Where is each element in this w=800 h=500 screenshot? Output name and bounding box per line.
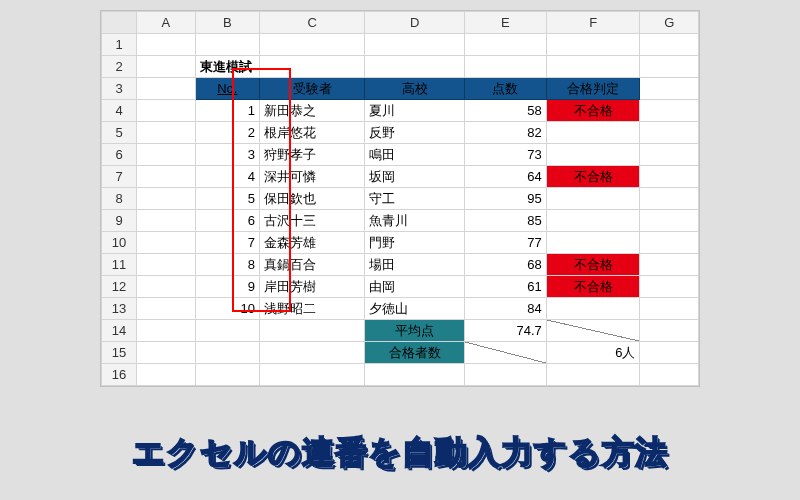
cell[interactable] bbox=[640, 342, 699, 364]
cell-diagonal[interactable] bbox=[546, 320, 640, 342]
cell-score[interactable]: 61 bbox=[464, 276, 546, 298]
row-header-5[interactable]: 5 bbox=[102, 122, 137, 144]
cell-name[interactable]: 深井可憐 bbox=[260, 166, 365, 188]
cell-result[interactable] bbox=[546, 210, 640, 232]
cell-no[interactable]: 3 bbox=[195, 144, 259, 166]
cell[interactable] bbox=[640, 122, 699, 144]
row-header-4[interactable]: 4 bbox=[102, 100, 137, 122]
cell[interactable] bbox=[464, 364, 546, 386]
cell[interactable] bbox=[137, 210, 196, 232]
row-header-3[interactable]: 3 bbox=[102, 78, 137, 100]
cell[interactable] bbox=[137, 232, 196, 254]
cell-name[interactable]: 保田欽也 bbox=[260, 188, 365, 210]
cell-score[interactable]: 95 bbox=[464, 188, 546, 210]
row-header-14[interactable]: 14 bbox=[102, 320, 137, 342]
cell-result[interactable]: 不合格 bbox=[546, 254, 640, 276]
cell-result[interactable] bbox=[546, 298, 640, 320]
avg-value[interactable]: 74.7 bbox=[464, 320, 546, 342]
table-title[interactable]: 東進模試 bbox=[195, 56, 259, 78]
cell[interactable] bbox=[546, 364, 640, 386]
cell[interactable] bbox=[546, 34, 640, 56]
cell[interactable] bbox=[137, 342, 196, 364]
cell[interactable] bbox=[640, 166, 699, 188]
row-header-13[interactable]: 13 bbox=[102, 298, 137, 320]
cell[interactable] bbox=[260, 320, 365, 342]
cell[interactable] bbox=[137, 276, 196, 298]
cell[interactable] bbox=[195, 364, 259, 386]
cell[interactable] bbox=[640, 298, 699, 320]
cell-no[interactable]: 5 bbox=[195, 188, 259, 210]
cell-score[interactable]: 82 bbox=[464, 122, 546, 144]
cell[interactable] bbox=[640, 188, 699, 210]
cell[interactable] bbox=[365, 56, 465, 78]
col-header-G[interactable]: G bbox=[640, 12, 699, 34]
cell-result[interactable] bbox=[546, 122, 640, 144]
cell-result[interactable]: 不合格 bbox=[546, 100, 640, 122]
cell-result[interactable]: 不合格 bbox=[546, 276, 640, 298]
cell-diagonal[interactable] bbox=[464, 342, 546, 364]
cell-result[interactable] bbox=[546, 144, 640, 166]
cell[interactable] bbox=[137, 298, 196, 320]
spreadsheet[interactable]: A B C D E F G 1 2東進模試 3 No. 受験者 高校 点数 合格… bbox=[100, 10, 700, 387]
row-header-9[interactable]: 9 bbox=[102, 210, 137, 232]
col-header-E[interactable]: E bbox=[464, 12, 546, 34]
cell-no[interactable]: 10 bbox=[195, 298, 259, 320]
cell-no[interactable]: 8 bbox=[195, 254, 259, 276]
cell-name[interactable]: 浅野昭二 bbox=[260, 298, 365, 320]
passcount-label[interactable]: 合格者数 bbox=[365, 342, 465, 364]
cell[interactable] bbox=[464, 56, 546, 78]
passcount-value[interactable]: 6人 bbox=[546, 342, 640, 364]
cell[interactable] bbox=[464, 34, 546, 56]
row-header-6[interactable]: 6 bbox=[102, 144, 137, 166]
cell[interactable] bbox=[137, 34, 196, 56]
cell[interactable] bbox=[260, 34, 365, 56]
cell[interactable] bbox=[640, 100, 699, 122]
cell[interactable] bbox=[260, 342, 365, 364]
header-result[interactable]: 合格判定 bbox=[546, 78, 640, 100]
cell[interactable] bbox=[137, 122, 196, 144]
cell[interactable] bbox=[260, 56, 365, 78]
cell-school[interactable]: 夏川 bbox=[365, 100, 465, 122]
cell-school[interactable]: 夕徳山 bbox=[365, 298, 465, 320]
cell-no[interactable]: 6 bbox=[195, 210, 259, 232]
cell[interactable] bbox=[640, 56, 699, 78]
cell[interactable] bbox=[640, 34, 699, 56]
cell[interactable] bbox=[546, 56, 640, 78]
cell[interactable] bbox=[137, 364, 196, 386]
cell-school[interactable]: 反野 bbox=[365, 122, 465, 144]
cell-name[interactable]: 古沢十三 bbox=[260, 210, 365, 232]
cell-result[interactable] bbox=[546, 188, 640, 210]
cell-name[interactable]: 根岸悠花 bbox=[260, 122, 365, 144]
cell[interactable] bbox=[260, 364, 365, 386]
cell[interactable] bbox=[640, 254, 699, 276]
cell[interactable] bbox=[640, 144, 699, 166]
cell[interactable] bbox=[137, 320, 196, 342]
col-header-D[interactable]: D bbox=[365, 12, 465, 34]
cell-score[interactable]: 85 bbox=[464, 210, 546, 232]
cell-name[interactable]: 真鍋百合 bbox=[260, 254, 365, 276]
cell[interactable] bbox=[195, 320, 259, 342]
header-score[interactable]: 点数 bbox=[464, 78, 546, 100]
row-header-16[interactable]: 16 bbox=[102, 364, 137, 386]
cell-score[interactable]: 58 bbox=[464, 100, 546, 122]
row-header-11[interactable]: 11 bbox=[102, 254, 137, 276]
cell-school[interactable]: 門野 bbox=[365, 232, 465, 254]
cell[interactable] bbox=[195, 342, 259, 364]
cell[interactable] bbox=[137, 144, 196, 166]
cell-name[interactable]: 金森芳雄 bbox=[260, 232, 365, 254]
header-no[interactable]: No. bbox=[195, 78, 259, 100]
cell-school[interactable]: 場田 bbox=[365, 254, 465, 276]
row-header-7[interactable]: 7 bbox=[102, 166, 137, 188]
corner-cell[interactable] bbox=[102, 12, 137, 34]
cell[interactable] bbox=[640, 320, 699, 342]
cell[interactable] bbox=[195, 34, 259, 56]
header-name[interactable]: 受験者 bbox=[260, 78, 365, 100]
col-header-F[interactable]: F bbox=[546, 12, 640, 34]
cell-score[interactable]: 73 bbox=[464, 144, 546, 166]
cell-no[interactable]: 7 bbox=[195, 232, 259, 254]
cell-school[interactable]: 守工 bbox=[365, 188, 465, 210]
cell[interactable] bbox=[640, 364, 699, 386]
cell-score[interactable]: 68 bbox=[464, 254, 546, 276]
cell[interactable] bbox=[640, 232, 699, 254]
cell[interactable] bbox=[137, 254, 196, 276]
